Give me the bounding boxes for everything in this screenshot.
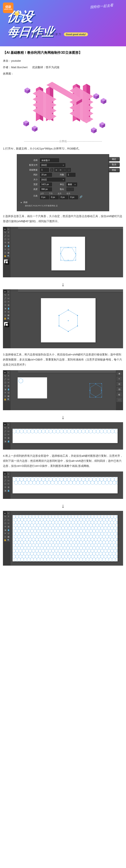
svg-marker-150 xyxy=(61,480,65,485)
svg-marker-527 xyxy=(78,543,81,547)
meta-author-row: 作者：Matt Borchert 优设翻译：恨不为武陵 xyxy=(3,65,123,70)
name-input[interactable]: 未标题-3 xyxy=(40,158,59,162)
svg-rect-57 xyxy=(75,260,76,260)
color-swatch[interactable] xyxy=(4,259,9,265)
svg-marker-162 xyxy=(105,480,109,485)
preset-dropdown[interactable]: [自定]▼ xyxy=(40,163,65,167)
svg-marker-97 xyxy=(85,429,89,433)
color-panel-icon[interactable]: ◉ xyxy=(116,371,122,376)
swatches-panel-icon[interactable]: ≡ xyxy=(116,376,122,381)
artboard-tool-icon[interactable]: ⊡ xyxy=(7,248,10,251)
svg-marker-489 xyxy=(66,540,70,544)
height-input[interactable]: 990 px xyxy=(40,187,52,191)
svg-marker-158 xyxy=(91,480,94,485)
line-tool-icon[interactable]: ╱ xyxy=(4,234,7,237)
svg-marker-618 xyxy=(43,552,47,556)
svg-marker-466 xyxy=(100,537,104,541)
svg-marker-433 xyxy=(106,535,109,539)
gradient-tool-icon[interactable]: ◑ xyxy=(4,244,7,247)
svg-marker-609 xyxy=(14,552,17,556)
svg-marker-318 xyxy=(61,526,65,530)
svg-marker-381 xyxy=(45,532,48,536)
svg-marker-169 xyxy=(19,515,22,519)
svg-marker-232 xyxy=(115,518,118,522)
bleed-top-input[interactable]: 0 px xyxy=(40,195,49,199)
artboards-input[interactable]: 1 xyxy=(40,168,49,172)
ai-toolbar: ▸▹ ✎T ╱▭ ⬠✂ ⟲⊞ ◑💧 xyxy=(3,471,10,499)
appearance-panel-icon[interactable]: ◐ xyxy=(116,392,122,397)
orientation-buttons[interactable] xyxy=(67,188,74,191)
svg-marker-119 xyxy=(56,477,60,482)
svg-marker-349 xyxy=(53,529,56,533)
svg-marker-443 xyxy=(26,537,29,541)
svg-marker-586 xyxy=(48,549,52,553)
type-tool-icon[interactable]: T xyxy=(7,231,10,234)
eyedropper-tool-icon[interactable]: 💧 xyxy=(7,244,10,247)
svg-marker-224 xyxy=(89,518,93,522)
rectangle-tool-icon[interactable]: ▭ xyxy=(7,234,10,237)
flow-arrow-icon: ↓ xyxy=(3,503,123,509)
bleed-left-input[interactable]: 0 px xyxy=(59,195,68,199)
width-input[interactable]: 1421 px xyxy=(40,183,52,186)
artboards-stepper[interactable]: ▲▼ xyxy=(51,168,53,172)
artboard-arrange-buttons[interactable]: ⊞⊟→↓ xyxy=(54,168,71,172)
selection-tool-icon[interactable]: ▸ xyxy=(4,227,7,230)
svg-marker-178 xyxy=(48,515,52,519)
svg-marker-491 xyxy=(73,540,76,544)
svg-marker-184 xyxy=(68,515,71,519)
svg-marker-534 xyxy=(100,543,104,547)
cols-input[interactable]: 1 xyxy=(67,173,75,177)
slice-tool-icon[interactable]: ⊙ xyxy=(4,251,7,254)
svg-marker-176 xyxy=(42,515,45,519)
rotate-tool-icon[interactable]: ⟲ xyxy=(4,241,7,244)
hand-tool-icon[interactable]: ✋ xyxy=(4,254,7,257)
cancel-button[interactable]: 取消 xyxy=(108,162,120,167)
svg-marker-559 xyxy=(73,546,76,550)
svg-marker-652 xyxy=(42,555,45,558)
svg-marker-321 xyxy=(71,526,75,530)
svg-marker-509 xyxy=(19,543,22,547)
svg-marker-584 xyxy=(42,549,45,553)
polygon-tool-icon[interactable]: ⬠ xyxy=(4,238,7,241)
transparency-panel-icon[interactable]: ⬚ xyxy=(116,397,122,402)
svg-marker-677 xyxy=(14,558,17,561)
svg-marker-695 xyxy=(73,558,76,561)
chevron-right-icon[interactable]: ▶ xyxy=(21,202,22,204)
advanced-label[interactable]: 高级 xyxy=(23,201,28,204)
ok-button[interactable]: 确定 xyxy=(108,157,120,161)
svg-marker-617 xyxy=(40,552,43,556)
svg-marker-239 xyxy=(26,521,29,524)
scissors-tool-icon[interactable]: ✂ xyxy=(7,238,10,241)
svg-marker-598 xyxy=(88,549,91,553)
bleed-bottom-input[interactable]: 0 px xyxy=(50,195,58,199)
svg-marker-468 xyxy=(107,537,111,541)
svg-rect-50 xyxy=(60,247,61,248)
pen-tool-icon[interactable]: ✎ xyxy=(4,231,7,234)
perspective-tool-icon[interactable]: ▦ xyxy=(7,251,10,254)
spacing-input[interactable]: 20 px xyxy=(40,173,52,177)
direct-select-tool-icon[interactable]: ▹ xyxy=(7,227,10,230)
template-button[interactable]: 模板 xyxy=(108,168,120,172)
svg-marker-147 xyxy=(51,480,54,485)
svg-marker-603 xyxy=(104,549,107,553)
svg-marker-84 xyxy=(38,429,42,433)
layers-panel-icon[interactable]: ▤ xyxy=(116,387,122,392)
svg-marker-376 xyxy=(29,532,32,536)
stroke-panel-icon[interactable]: ⊞ xyxy=(116,381,122,386)
symbol-tool-icon[interactable]: ✦ xyxy=(4,248,7,251)
svg-marker-434 xyxy=(109,535,112,539)
svg-rect-52 xyxy=(75,247,76,248)
svg-rect-62 xyxy=(68,331,69,332)
svg-marker-295 xyxy=(99,524,102,527)
artboard xyxy=(51,237,85,270)
svg-marker-626 xyxy=(70,552,73,556)
link-icon[interactable]: 🔗 xyxy=(80,195,83,199)
svg-marker-222 xyxy=(83,518,86,522)
flow-arrow-icon: ↓ xyxy=(3,281,123,288)
bleed-right-input[interactable]: 0 px xyxy=(69,195,78,199)
scale-tool-icon[interactable]: ⊞ xyxy=(7,241,10,244)
unit-dropdown[interactable]: 像素▼ xyxy=(67,183,77,186)
svg-marker-368 xyxy=(115,529,118,533)
size-dropdown[interactable]: [自定]▼ xyxy=(40,178,65,182)
zoom-tool-icon[interactable]: 🔍 xyxy=(7,254,10,257)
